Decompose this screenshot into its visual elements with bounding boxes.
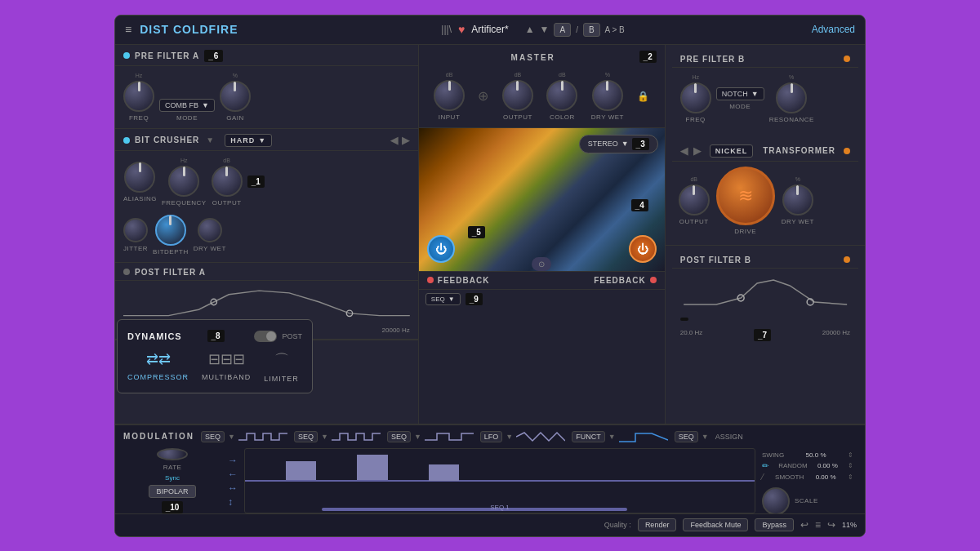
post-filter-a-dot[interactable]: [123, 269, 130, 275]
res-unit: %: [789, 74, 794, 80]
drive-knob[interactable]: ≋: [716, 167, 775, 225]
status-menu-icon[interactable]: ≡: [815, 519, 821, 531]
freq-knob-group: Hz FREQ: [123, 73, 154, 122]
hard-dropdown[interactable]: HARD ▼: [225, 134, 272, 147]
freq-knob[interactable]: [123, 81, 154, 112]
arrow-swap-icon[interactable]: ↕: [228, 496, 238, 508]
sync-label[interactable]: Sync: [165, 474, 180, 482]
post-filter-b-hz: 20.0 Hz _7 20000 Hz: [672, 329, 858, 346]
seq-display[interactable]: SEQ 1: [244, 448, 755, 513]
num-label-5: _5: [468, 226, 485, 238]
ab-a-button[interactable]: A: [554, 23, 571, 37]
stereo-chevron-icon: ▼: [621, 140, 629, 148]
trans-nav-left-icon[interactable]: ◀: [680, 145, 688, 157]
res-knob[interactable]: [776, 82, 807, 113]
swing-value[interactable]: 50.0 %: [806, 451, 826, 459]
aliasing-knob[interactable]: [124, 162, 155, 193]
gain-knob[interactable]: [220, 81, 251, 112]
nav-down-icon[interactable]: ▼: [540, 24, 550, 35]
arrow-both-icon[interactable]: ↔: [228, 482, 238, 494]
bipolar-button[interactable]: BIPOLAR: [149, 485, 195, 498]
stereo-badge[interactable]: STEREO ▼ _3: [579, 135, 658, 153]
master-input-knob[interactable]: [434, 80, 465, 111]
scrub-handle[interactable]: ⊙: [532, 257, 551, 271]
transformer-label: TRANSFORMER: [763, 146, 835, 155]
smooth-value[interactable]: 0.00 %: [816, 473, 836, 481]
trans-drywet-knob[interactable]: [782, 184, 813, 216]
mod-seq6-dropdown[interactable]: SEQ: [675, 431, 698, 442]
trans-output-knob[interactable]: [679, 184, 710, 216]
num-label-1: _1: [247, 176, 265, 188]
mod-left: RATE Sync BIPOLAR _10: [123, 448, 221, 513]
dyn-compressor-option[interactable]: ⇄⇄ COMPRESSOR: [127, 350, 189, 383]
mod-lfo-dropdown[interactable]: LFO: [480, 431, 503, 442]
mod-content: RATE Sync BIPOLAR _10 → ← ↔ ↕ SEQ 1: [123, 448, 857, 513]
extra-dropdown[interactable]: SEQ▼: [425, 293, 461, 305]
mod-seq1-dropdown[interactable]: SEQ: [201, 431, 225, 442]
mode-chevron-icon: ▼: [202, 101, 209, 109]
freq-label: FREQ: [129, 114, 149, 122]
bc-nav-left-icon[interactable]: ◀: [390, 135, 399, 146]
power-button-blue[interactable]: ⏻: [427, 235, 455, 263]
output-bc-knob[interactable]: [212, 166, 243, 197]
dyn-multiband-option[interactable]: ⊟⊟⊟ MULTIBAND: [202, 350, 251, 383]
dyn-limiter-option[interactable]: ⌒ LIMITER: [264, 350, 299, 383]
rate-knob[interactable]: [157, 448, 188, 460]
master-header: MASTER: [427, 48, 639, 65]
random-value[interactable]: 0.00 %: [817, 462, 838, 469]
lock-icon: 🔒: [637, 91, 649, 102]
trans-dot[interactable]: [844, 148, 850, 154]
jitter-knob[interactable]: [123, 218, 148, 242]
nickel-dropdown[interactable]: NICKEL: [710, 144, 754, 158]
freq-b-knob[interactable]: [680, 82, 711, 113]
redo-icon[interactable]: ↪: [827, 519, 835, 531]
pre-filter-b-dot[interactable]: [844, 56, 850, 62]
feedback-mute-button[interactable]: Feedback Mute: [683, 518, 748, 531]
nickel-value: NICKEL: [715, 147, 748, 155]
ab-b-button[interactable]: B: [583, 23, 600, 37]
plugin-window: ≡ DIST COLDFIRE |||\ ♥ Artificer* ▲ ▼ A …: [114, 15, 866, 537]
master-drywet-knob[interactable]: [592, 80, 623, 111]
pre-post-toggle[interactable]: [254, 331, 277, 342]
preset-name[interactable]: Artificer*: [471, 24, 508, 35]
post-filter-b-hz-high[interactable]: 20000 Hz: [822, 329, 850, 341]
assign-label[interactable]: ASSIGN: [715, 433, 743, 441]
mod-funct-dropdown[interactable]: FUNCT: [572, 431, 605, 442]
heart-icon[interactable]: ♥: [458, 23, 465, 36]
dynamics-header: DYNAMICS _8 POST: [127, 330, 302, 342]
trans-nav-right-icon[interactable]: ▶: [693, 145, 702, 157]
scale-knob[interactable]: [762, 487, 790, 515]
undo-icon[interactable]: ↩: [800, 519, 808, 531]
mode-b-dropdown[interactable]: NOTCH ▼: [716, 87, 764, 100]
render-button[interactable]: Render: [638, 518, 677, 531]
mod-seq2-dropdown[interactable]: SEQ: [294, 431, 318, 442]
bit-crusher-controls: ALIASING Hz FREQUENCY dB OUTPUT _1: [115, 151, 418, 213]
bit-crusher-dot[interactable]: [123, 137, 130, 144]
mod-seq3-dropdown[interactable]: SEQ: [387, 431, 411, 442]
freq-bc-knob[interactable]: [168, 166, 199, 197]
right-panel: PRE FILTER B Hz FREQ NOTCH ▼ MODE: [665, 45, 865, 424]
pre-filter-a-dot[interactable]: [123, 52, 130, 59]
bitdepth-knob[interactable]: [155, 215, 186, 246]
master-color-knob[interactable]: [546, 80, 577, 111]
post-filter-a-hz-high[interactable]: 20000 Hz: [382, 327, 410, 334]
menu-icon[interactable]: ≡: [125, 23, 131, 36]
post-filter-b-dot[interactable]: [844, 256, 850, 263]
trans-output-group: dB OUTPUT: [679, 176, 710, 225]
seq-progress[interactable]: [322, 508, 627, 511]
bc-nav-right-icon[interactable]: ▶: [402, 135, 410, 146]
mod-seq3-chev: ▼: [414, 433, 421, 441]
post-filter-b-hz-low[interactable]: 20.0 Hz: [680, 329, 703, 341]
ab-arrow[interactable]: A > B: [605, 25, 625, 34]
edit-icon[interactable]: ✏: [762, 461, 768, 470]
master-output-knob[interactable]: [502, 80, 533, 111]
seq-chev: ▼: [448, 295, 455, 303]
arrow-left-icon[interactable]: ←: [228, 469, 238, 480]
bypass-button[interactable]: Bypass: [755, 518, 794, 531]
drywet-bc-knob[interactable]: [198, 218, 222, 242]
nav-up-icon[interactable]: ▲: [525, 24, 535, 35]
power-button-orange[interactable]: ⏻: [629, 235, 657, 263]
arrow-right-icon[interactable]: →: [228, 455, 238, 466]
mode-dropdown[interactable]: COMB FB ▼: [159, 99, 215, 112]
advanced-button[interactable]: Advanced: [812, 24, 855, 35]
